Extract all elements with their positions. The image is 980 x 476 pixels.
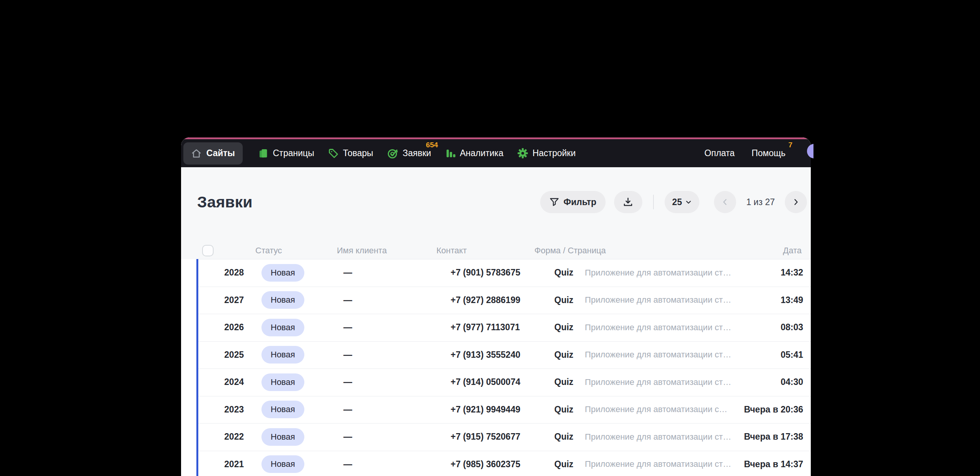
contact-phone: +7 (985) 3602375	[430, 459, 541, 469]
page-name: Приложение для автоматизации строител…	[585, 377, 732, 387]
form-name: Quiz	[554, 350, 573, 360]
page-content: Заявки Фильтр	[181, 191, 811, 476]
contact-phone: +7 (914) 0500074	[430, 377, 541, 387]
table-row[interactable]: 2023 Новая — +7 (921) 9949449 Quiz Прило…	[181, 396, 811, 424]
contact-phone: +7 (901) 5783675	[430, 267, 541, 278]
sidebar-item-sites[interactable]: Сайты	[183, 142, 243, 165]
lead-id: 2023	[181, 404, 244, 415]
nav-label-sites: Сайты	[206, 148, 235, 158]
page-name: Приложение для автоматизации ст…	[585, 432, 731, 442]
select-all-checkbox[interactable]	[202, 245, 214, 256]
nav-item-leads[interactable]: Заявки 654	[387, 148, 431, 159]
table-row[interactable]: 2022 Новая — +7 (915) 7520677 Quiz Прило…	[181, 423, 811, 451]
page-name: Приложение для автоматизации ст…	[585, 459, 731, 469]
header-form-page: Форма / Страница	[534, 246, 606, 256]
lead-status-cell: Новая	[244, 373, 327, 391]
status-badge: Новая	[261, 401, 304, 418]
next-page-button[interactable]	[785, 191, 807, 213]
lead-status-cell: Новая	[244, 428, 327, 446]
lead-status-cell: Новая	[244, 264, 327, 282]
lead-id: 2021	[181, 459, 244, 469]
form-page-cell: Quiz Приложение для автоматизации с…	[541, 404, 732, 415]
lead-date: 04:30	[732, 377, 803, 387]
funnel-icon	[549, 197, 559, 207]
main-navbar: Сайты Страницы	[181, 139, 811, 167]
lead-date: 08:03	[732, 322, 803, 333]
nav-label-products: Товары	[343, 148, 373, 158]
lead-date: Вчера в 20:36	[732, 404, 803, 415]
contact-phone: +7 (915) 7520677	[430, 432, 541, 442]
form-page-cell: Quiz Приложение для автоматизации ст…	[541, 432, 732, 442]
form-name: Quiz	[554, 295, 573, 305]
nav-item-pages[interactable]: Страницы	[258, 148, 314, 159]
lead-id: 2022	[181, 432, 244, 442]
export-button[interactable]	[614, 191, 642, 213]
client-name: —	[327, 404, 430, 415]
nav-item-products[interactable]: Товары	[328, 148, 373, 159]
lead-date: 05:41	[732, 350, 803, 360]
table-row[interactable]: 2026 Новая — +7 (977) 7113071 Quiz Прило…	[181, 314, 811, 341]
window: Сайты Страницы	[181, 137, 811, 476]
nav-label-pages: Страницы	[273, 148, 314, 158]
form-name: Quiz	[554, 322, 573, 333]
page-name: Приложение для автоматизации строитель…	[585, 268, 732, 278]
form-name: Quiz	[554, 267, 573, 278]
form-name: Quiz	[554, 432, 573, 442]
gear-icon	[517, 148, 528, 159]
lead-status-cell: Новая	[244, 455, 327, 473]
lead-status-cell: Новая	[244, 319, 327, 336]
form-name: Quiz	[554, 459, 573, 469]
status-badge: Новая	[261, 291, 304, 309]
client-name: —	[327, 267, 430, 278]
table-body: 2028 Новая — +7 (901) 5783675 Quiz Прило…	[181, 259, 811, 476]
lead-date: Вчера в 14:37	[732, 459, 803, 469]
status-badge: Новая	[261, 346, 304, 364]
form-page-cell: Quiz Приложение для автоматизации строит…	[541, 377, 732, 387]
status-badge: Новая	[261, 428, 304, 446]
app-window: Сайты Страницы	[181, 137, 813, 476]
new-rows-accent-bar	[196, 259, 198, 476]
nav-item-analytics[interactable]: Аналитика	[445, 148, 503, 159]
lead-status-cell: Новая	[244, 401, 327, 418]
table-row[interactable]: 2021 Новая — +7 (985) 3602375 Quiz Прило…	[181, 451, 811, 476]
header-date: Дата	[783, 246, 802, 256]
lead-status-cell: Новая	[244, 291, 327, 309]
contact-phone: +7 (921) 9949449	[430, 404, 541, 415]
page-name: Приложение для автоматизации строитель…	[585, 350, 732, 360]
lead-date: Вчера в 17:38	[732, 432, 803, 442]
leads-count-badge: 654	[426, 141, 438, 149]
chevron-left-icon	[721, 198, 729, 206]
client-name: —	[327, 459, 430, 469]
page-title: Заявки	[197, 193, 253, 211]
client-name: —	[327, 350, 430, 360]
form-name: Quiz	[554, 377, 573, 387]
lead-id: 2027	[181, 295, 244, 305]
prev-page-button[interactable]	[714, 191, 736, 213]
filter-button[interactable]: Фильтр	[540, 191, 606, 213]
home-icon	[191, 148, 202, 159]
nav-item-payment[interactable]: Оплата	[704, 148, 735, 158]
pagination-indicator: 1 из 27	[746, 197, 775, 207]
contact-phone: +7 (913) 3555240	[430, 350, 541, 360]
form-page-cell: Quiz Приложение для автоматизации строит…	[541, 322, 732, 333]
download-icon	[623, 197, 633, 207]
client-name: —	[327, 295, 430, 305]
header-contact: Контакт	[436, 246, 467, 256]
table-row[interactable]: 2025 Новая — +7 (913) 3555240 Quiz Прило…	[181, 341, 811, 369]
form-name: Quiz	[554, 404, 573, 415]
page-size-select[interactable]: 25	[665, 191, 700, 213]
nav-item-help[interactable]: Помощь 7	[751, 148, 786, 158]
lead-status-cell: Новая	[244, 346, 327, 364]
lead-id: 2024	[181, 377, 244, 387]
form-page-cell: Quiz Приложение для автоматизации строит…	[541, 267, 732, 278]
nav-item-settings[interactable]: Настройки	[517, 148, 576, 159]
status-badge: Новая	[261, 455, 304, 473]
table-row[interactable]: 2027 Новая — +7 (927) 2886199 Quiz Прило…	[181, 287, 811, 314]
table-row[interactable]: 2028 Новая — +7 (901) 5783675 Quiz Прило…	[181, 259, 811, 287]
client-name: —	[327, 322, 430, 333]
table-row[interactable]: 2024 Новая — +7 (914) 0500074 Quiz Прило…	[181, 368, 811, 396]
contact-phone: +7 (927) 2886199	[430, 295, 541, 305]
bar-chart-icon	[445, 148, 456, 159]
status-badge: Новая	[261, 264, 304, 282]
table-header: Статус Имя клиента Контакт Форма / Стран…	[181, 242, 811, 259]
